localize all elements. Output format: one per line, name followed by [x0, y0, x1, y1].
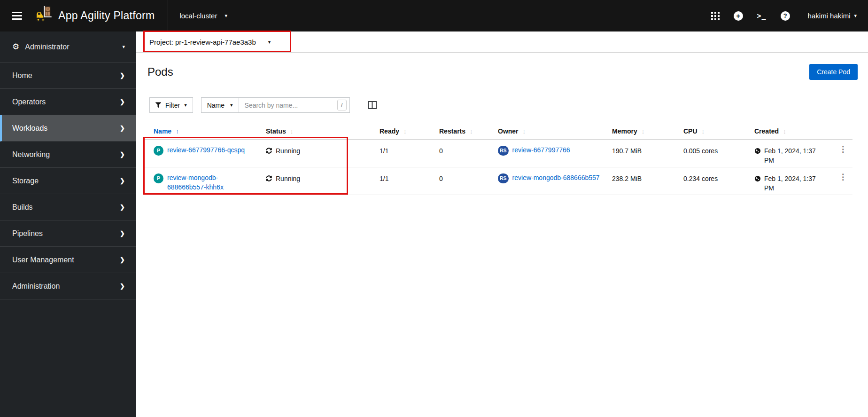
owner-link[interactable]: review-mongodb-688666b557	[512, 173, 600, 182]
cluster-name: local-cluster	[179, 12, 217, 20]
column-header-memory[interactable]: Memory ↕	[612, 127, 683, 139]
sidebar-item-home[interactable]: Home ❯	[0, 63, 136, 89]
terminal-icon[interactable]: >_	[757, 12, 767, 20]
chevron-right-icon: ❯	[120, 151, 125, 158]
created-cell: Feb 1, 2024, 1:37 PM	[754, 167, 832, 193]
sidebar-item-user-management[interactable]: User Management ❯	[0, 247, 136, 273]
perspective-switcher[interactable]: ⚙ Administrator ▾	[0, 31, 136, 63]
restarts-cell: 0	[439, 140, 498, 156]
column-header-cpu[interactable]: CPU ↕	[683, 127, 754, 139]
created-text: Feb 1, 2024, 1:37 PM	[764, 174, 817, 193]
ready-cell: 1/1	[380, 167, 439, 183]
cpu-cell: 0.005 cores	[683, 140, 754, 156]
app-title: App Agility Platform	[58, 9, 155, 22]
table-row: P review-mongodb-688666b557-khh6x Runnin…	[144, 167, 852, 195]
sidebar-item-networking[interactable]: Networking ❯	[0, 142, 136, 168]
masthead-divider	[168, 0, 168, 31]
chevron-right-icon: ❯	[120, 98, 125, 105]
filter-dropdown-label: Filter	[165, 102, 180, 109]
pod-link[interactable]: review-mongodb-688666b557-khh6x	[167, 173, 256, 192]
table-header-row: Name ↑ Status ↕ Ready ↕ Restarts ↕ Owner…	[144, 123, 852, 140]
search-field: /	[239, 97, 350, 113]
globe-timestamp-icon	[754, 174, 761, 184]
cpu-cell: 0.234 cores	[683, 167, 754, 183]
sync-running-icon	[266, 146, 272, 156]
memory-cell: 238.2 MiB	[612, 167, 683, 183]
sort-icon: ↕	[403, 128, 407, 135]
column-header-owner[interactable]: Owner ↕	[498, 127, 612, 139]
project-dropdown[interactable]: Project: pr-1-review-api-77ae3a3b ▾	[149, 38, 271, 46]
sidebar-item-storage[interactable]: Storage ❯	[0, 168, 136, 194]
search-type-dropdown[interactable]: Name ▾	[201, 97, 239, 113]
sync-running-icon	[266, 174, 272, 184]
status-text: Running	[276, 174, 300, 183]
filter-funnel-icon	[155, 102, 161, 109]
created-cell: Feb 1, 2024, 1:37 PM	[754, 140, 832, 165]
forklift-logo-icon	[33, 6, 54, 26]
owner-cell: RS review-mongodb-688666b557	[498, 167, 612, 183]
column-header-created[interactable]: Created ↕	[754, 127, 832, 139]
import-plus-circle-icon[interactable]: +	[734, 11, 743, 21]
column-header-name[interactable]: Name ↑	[144, 127, 266, 139]
search-input[interactable]	[245, 102, 327, 109]
project-bar: Project: pr-1-review-api-77ae3a3b ▾	[136, 31, 868, 53]
app-launcher-grid-icon[interactable]	[711, 12, 720, 20]
sidebar-item-builds[interactable]: Builds ❯	[0, 194, 136, 220]
project-dropdown-label: Project: pr-1-review-api-77ae3a3b	[149, 38, 256, 46]
column-header-status[interactable]: Status ↕	[266, 127, 380, 139]
sidebar-item-operators[interactable]: Operators ❯	[0, 89, 136, 115]
cluster-dropdown[interactable]: local-cluster ▾	[179, 12, 227, 20]
created-text: Feb 1, 2024, 1:37 PM	[764, 146, 817, 165]
chevron-right-icon: ❯	[120, 256, 125, 263]
status-cell: Running	[266, 167, 380, 184]
pod-badge: P	[154, 146, 163, 156]
sort-icon: ↕	[290, 128, 294, 135]
pod-badge: P	[154, 173, 163, 183]
replicaset-badge: RS	[498, 146, 509, 156]
manage-columns-icon[interactable]	[368, 101, 377, 109]
restarts-cell: 0	[439, 167, 498, 183]
filter-dropdown[interactable]: Filter ▾	[149, 97, 193, 113]
table-row: P review-6677997766-qcspq Running 1/1 0 …	[144, 140, 852, 167]
sort-icon: ↕	[642, 128, 645, 135]
pods-table: Name ↑ Status ↕ Ready ↕ Restarts ↕ Owner…	[144, 123, 852, 195]
username: hakimi hakimi	[808, 12, 851, 20]
sort-icon: ↕	[783, 128, 786, 135]
chevron-right-icon: ❯	[120, 283, 125, 290]
caret-down-icon: ▾	[184, 102, 187, 108]
masthead: App Agility Platform local-cluster ▾ + >…	[0, 0, 868, 31]
kebab-menu-icon[interactable]: ⋮	[832, 167, 847, 181]
chevron-right-icon: ❯	[120, 72, 125, 79]
column-header-restarts[interactable]: Restarts ↕	[439, 127, 498, 139]
sidebar-item-pipelines[interactable]: Pipelines ❯	[0, 220, 136, 247]
sort-icon: ↕	[702, 128, 705, 135]
cogs-icon: ⚙	[12, 43, 19, 51]
caret-down-icon: ▾	[122, 44, 125, 49]
pod-link[interactable]: review-6677997766-qcspq	[167, 145, 245, 155]
ready-cell: 1/1	[380, 140, 439, 156]
column-header-ready[interactable]: Ready ↕	[380, 127, 439, 139]
sort-icon: ↕	[470, 128, 473, 135]
caret-down-icon: ▾	[225, 13, 227, 18]
user-dropdown[interactable]: hakimi hakimi ▾	[808, 12, 857, 20]
main-content: Pods Create Pod Filter ▾ Name ▾ /	[136, 53, 868, 417]
status-text: Running	[276, 146, 300, 156]
globe-timestamp-icon	[754, 146, 761, 157]
memory-cell: 190.7 MiB	[612, 140, 683, 156]
chevron-right-icon: ❯	[120, 125, 125, 132]
brand: App Agility Platform	[33, 6, 155, 26]
sidebar-item-workloads[interactable]: Workloads ❯	[0, 115, 136, 142]
sort-icon: ↕	[523, 128, 526, 135]
replicaset-badge: RS	[498, 173, 509, 183]
chevron-right-icon: ❯	[120, 177, 125, 184]
nav-toggle-hamburger-icon[interactable]	[8, 7, 26, 25]
help-icon[interactable]: ?	[781, 11, 790, 21]
sidebar-item-administration[interactable]: Administration ❯	[0, 273, 136, 299]
search-shortcut-badge: /	[337, 100, 347, 110]
status-cell: Running	[266, 140, 380, 156]
kebab-menu-icon[interactable]: ⋮	[832, 140, 847, 153]
caret-down-icon: ▾	[268, 39, 271, 45]
create-pod-button[interactable]: Create Pod	[809, 64, 858, 80]
owner-link[interactable]: review-6677997766	[512, 145, 570, 155]
toolbar: Filter ▾ Name ▾ /	[149, 97, 377, 113]
